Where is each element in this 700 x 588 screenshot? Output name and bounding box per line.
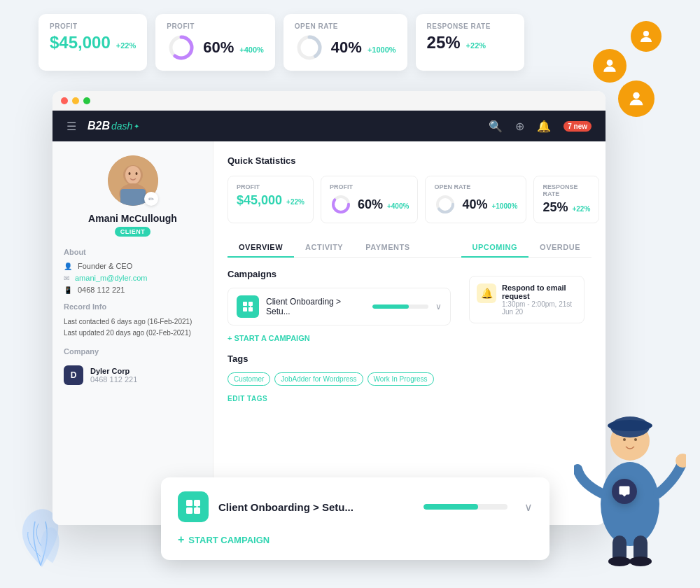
company-row: D Dyler Corp 0468 112 221 — [64, 365, 202, 385]
svg-point-33 — [608, 420, 652, 431]
floating-campaign-name: Client Onboarding > Setu... — [218, 501, 414, 513]
svg-rect-24 — [186, 500, 192, 506]
main-content-area: Quick Statistics PROFIT $45,000 +22% PRO… — [214, 141, 606, 525]
mini-stat-label-profit2: PROFIT — [330, 183, 409, 190]
start-campaign-button[interactable]: + START CAMPAIGN — [178, 533, 533, 546]
svg-point-5 — [607, 59, 613, 66]
svg-rect-20 — [243, 307, 247, 312]
svg-point-11 — [135, 172, 137, 175]
floating-campaign-item: Client Onboarding > Setu... ∨ — [178, 491, 533, 522]
tab-activity[interactable]: ACTIVITY — [294, 237, 354, 257]
floating-progress-fill — [424, 504, 478, 510]
company-name: Dyler Corp — [90, 367, 137, 375]
svg-point-9 — [125, 166, 141, 184]
tab-overdue[interactable]: OVERDUE — [528, 237, 592, 257]
campaign-item[interactable]: Client Onboarding > Setu... ∨ — [227, 288, 451, 326]
floating-campaign-card: Client Onboarding > Setu... ∨ + START CA… — [161, 477, 550, 560]
company-info: Dyler Corp 0468 112 221 — [90, 367, 137, 384]
quick-stats-title: Quick Statistics — [227, 155, 592, 166]
stat-card-responserate: RESPONSE RATE 25% +22% — [416, 14, 524, 71]
profile-email[interactable]: amani_m@dyler.com — [75, 274, 147, 282]
upcoming-item: 🔔 Respond to email request 1:30pm - 2:00… — [477, 284, 577, 316]
top-stats-row: PROFIT $45,000 +22% PROFIT 60% +400% — [38, 14, 524, 71]
browser-window: ☰ B2B dash ✦ 🔍 ⊕ 🔔 7 new — [52, 91, 606, 525]
stat-value-profit: $45,000 +22% — [50, 33, 136, 52]
mini-stat-value-profit2: 60% — [358, 197, 383, 212]
mini-stat-value-profit: $45,000 — [237, 193, 282, 208]
tag-customer[interactable]: Customer — [227, 372, 270, 386]
stat-label-profit2: PROFIT — [167, 22, 264, 30]
window-maximize-dot[interactable] — [83, 97, 90, 104]
profile-role: Founder & CEO — [78, 262, 132, 270]
profile-phone: 0468 112 221 — [78, 286, 125, 294]
logo-b2b-text: B2B — [88, 120, 110, 132]
stat-card-openrate: OPEN RATE 40% +1000% — [284, 14, 407, 71]
start-campaign-label: START CAMPAIGN — [188, 535, 270, 545]
mini-stat-change-responserate: +22% — [572, 205, 590, 213]
add-icon[interactable]: ⊕ — [515, 120, 524, 133]
svg-point-39 — [608, 556, 631, 566]
svg-point-35 — [634, 438, 637, 441]
avatar-wrap: ✏ — [108, 155, 158, 206]
record-info: Record Info Last contacted 6 days ago (1… — [64, 302, 202, 339]
campaign-progress-bar — [372, 304, 428, 309]
svg-point-6 — [633, 92, 639, 99]
company-label: Company — [64, 347, 202, 356]
hamburger-menu-icon[interactable]: ☰ — [66, 120, 76, 133]
window-minimize-dot[interactable] — [72, 97, 79, 104]
email-icon: ✉ — [64, 274, 69, 282]
campaigns-title: Campaigns — [227, 269, 451, 279]
stat-label-openrate: OPEN RATE — [295, 22, 396, 30]
campaign-name: Client Onboarding > Setu... — [266, 297, 365, 316]
browser-body: ✏ Amani McCullough CLIENT About 👤 Founde… — [52, 141, 606, 525]
campaign-chevron-icon: ∨ — [435, 302, 442, 312]
avatar-bubble-1 — [631, 21, 662, 52]
chat-support-button[interactable] — [612, 479, 637, 504]
notification-icon[interactable]: 🔔 — [537, 120, 551, 133]
mini-stat-responserate: RESPONSE RATE 25% +22% — [533, 176, 599, 223]
upcoming-panel: 🔔 Respond to email request 1:30pm - 2:00… — [462, 269, 592, 404]
floating-chevron-icon: ∨ — [524, 500, 533, 514]
profile-section: ✏ Amani McCullough CLIENT — [64, 155, 202, 237]
upcoming-item-time: 1:30pm - 2:00pm, 21st Jun 20 — [502, 300, 577, 316]
logo-star-icon: ✦ — [134, 122, 139, 130]
profile-email-row: ✉ amani_m@dyler.com — [64, 274, 202, 282]
phone-icon: 📱 — [64, 286, 72, 294]
notification-badge: 7 new — [564, 121, 592, 132]
mini-stat-openrate: OPEN RATE 40% +1000% — [425, 176, 526, 223]
tag-wip[interactable]: Work In Progress — [368, 372, 434, 386]
tab-overview[interactable]: OVERVIEW — [227, 237, 294, 257]
edit-profile-icon[interactable]: ✏ — [144, 192, 158, 206]
upcoming-card: 🔔 Respond to email request 1:30pm - 2:00… — [469, 276, 584, 323]
tags-row: Customer JobAdder for Wordpress Work In … — [227, 372, 451, 386]
stat-card-profit-donut: PROFIT 60% +400% — [155, 14, 275, 71]
tag-jobadder[interactable]: JobAdder for Wordpress — [274, 372, 363, 386]
search-icon[interactable]: 🔍 — [489, 120, 503, 133]
edit-tags-link[interactable]: EDIT TAGS — [227, 395, 267, 402]
upcoming-item-title: Respond to email request — [502, 284, 577, 300]
mini-stat-label-profit: PROFIT — [237, 183, 304, 190]
avatar-bubble-2 — [593, 49, 626, 83]
tabs-row: OVERVIEW ACTIVITY PAYMENTS UPCOMING OVER… — [227, 237, 592, 258]
svg-rect-26 — [186, 507, 192, 514]
mini-stat-profit2: PROFIT 60% +400% — [321, 176, 418, 223]
logo-dash-text: dash — [111, 120, 132, 132]
mini-stat-profit: PROFIT $45,000 +22% — [227, 176, 314, 223]
tab-payments[interactable]: PAYMENTS — [354, 237, 421, 257]
stat-card-profit: PROFIT $45,000 +22% — [38, 14, 147, 71]
window-close-dot[interactable] — [61, 97, 68, 104]
tags-title: Tags — [227, 354, 451, 364]
donut-openrate — [295, 33, 324, 62]
record-info-label: Record Info — [64, 302, 202, 311]
start-campaign-link[interactable]: + START A CAMPAIGN — [227, 334, 310, 342]
floating-progress-bar — [424, 504, 507, 510]
app-header: ☰ B2B dash ✦ 🔍 ⊕ 🔔 7 new — [52, 111, 606, 141]
mini-stat-change-profit: +22% — [286, 198, 304, 206]
avatar-bubble-3 — [618, 80, 654, 117]
stat-value-responserate: 25% +22% — [427, 33, 513, 52]
header-icons: 🔍 ⊕ 🔔 7 new — [489, 120, 592, 133]
mini-stats-row: PROFIT $45,000 +22% PROFIT — [227, 176, 592, 223]
browser-bar — [52, 91, 606, 111]
tab-upcoming[interactable]: UPCOMING — [461, 237, 529, 257]
stat-label-profit: PROFIT — [50, 22, 136, 30]
